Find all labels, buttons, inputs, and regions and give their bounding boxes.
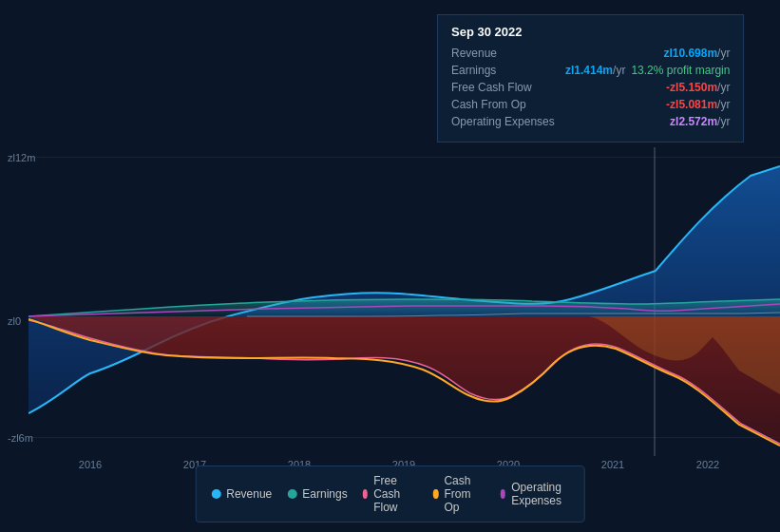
legend-label-revenue: Revenue: [226, 487, 272, 501]
tooltip-label-fcf: Free Cash Flow: [451, 81, 565, 94]
data-tooltip: Sep 30 2022 Revenue zl10.698m /yr Earnin…: [437, 14, 744, 142]
legend-dot-cfo: [433, 489, 439, 499]
tooltip-row-fcf: Free Cash Flow -zl5.150m /yr: [451, 81, 730, 94]
tooltip-value-fcf: -zl5.150m: [666, 81, 717, 94]
tooltip-margin: 13.2% profit margin: [631, 64, 730, 77]
tooltip-value-earnings: zl1.414m: [565, 64, 613, 77]
legend-label-fcf: Free Cash Flow: [373, 474, 418, 514]
revenue-area: [29, 166, 780, 413]
legend-item-earnings: Earnings: [287, 487, 347, 501]
tooltip-label-earnings: Earnings: [451, 64, 565, 77]
tooltip-value-opex: zl2.572m: [670, 115, 717, 128]
y-label-mid: zl0: [8, 315, 21, 327]
tooltip-label-opex: Operating Expenses: [451, 115, 565, 128]
legend-dot-opex: [501, 489, 506, 499]
tooltip-row-revenue: Revenue zl10.698m /yr: [451, 47, 730, 60]
legend: Revenue Earnings Free Cash Flow Cash Fro…: [195, 466, 585, 522]
tooltip-label-cfo: Cash From Op: [451, 98, 565, 111]
tooltip-label-revenue: Revenue: [451, 47, 565, 60]
tooltip-row-cfo: Cash From Op -zl5.081m /yr: [451, 98, 730, 111]
legend-label-earnings: Earnings: [302, 487, 347, 501]
x-label-2022: 2022: [696, 459, 719, 470]
legend-dot-fcf: [363, 489, 369, 499]
tooltip-row-earnings: Earnings zl1.414m /yr 13.2% profit margi…: [451, 64, 730, 77]
tooltip-row-opex: Operating Expenses zl2.572m /yr: [451, 115, 730, 128]
legend-label-opex: Operating Expenses: [511, 481, 569, 507]
tooltip-value-cfo: -zl5.081m: [666, 98, 717, 111]
chart-svg: [29, 147, 780, 456]
tooltip-value-revenue: zl10.698m: [663, 47, 717, 60]
legend-item-cfo: Cash From Op: [433, 474, 485, 514]
tooltip-date: Sep 30 2022: [451, 25, 730, 39]
legend-dot-earnings: [287, 489, 296, 499]
x-label-2016: 2016: [79, 459, 102, 470]
legend-item-fcf: Free Cash Flow: [363, 474, 418, 514]
legend-item-revenue: Revenue: [211, 487, 272, 501]
legend-label-cfo: Cash From Op: [444, 474, 485, 514]
legend-dot-revenue: [211, 489, 220, 499]
legend-item-opex: Operating Expenses: [501, 481, 569, 507]
x-label-2021: 2021: [601, 459, 624, 470]
